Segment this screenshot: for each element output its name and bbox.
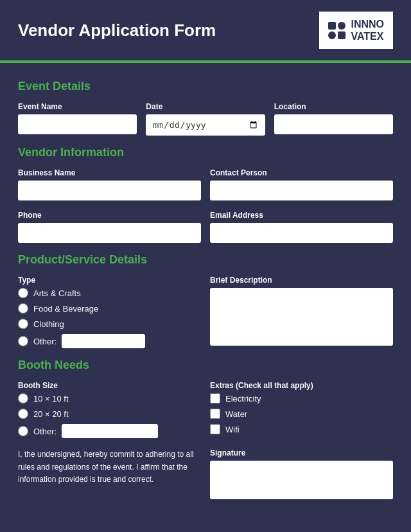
signature-label: Signature <box>210 448 393 457</box>
checkbox-wifi-label: Wifi <box>225 425 240 434</box>
phone-input[interactable] <box>18 223 201 243</box>
signature-block: Signature <box>210 448 393 499</box>
date-label: Date <box>146 102 265 111</box>
contact-person-input[interactable] <box>210 181 393 200</box>
header: Vendor Application Form INNNO VATEX <box>0 0 411 63</box>
checkbox-water-label: Water <box>225 409 247 419</box>
checkbox-electricity-input[interactable] <box>210 393 220 403</box>
business-name-input[interactable] <box>18 181 201 200</box>
other-size-text-input[interactable] <box>62 424 158 438</box>
checkbox-electricity[interactable]: Electricity <box>210 393 393 403</box>
logo-dot-1 <box>328 22 336 30</box>
booth-size-radio-group: 10 × 10 ft 20 × 20 ft Other: <box>18 393 201 438</box>
type-label: Type <box>18 276 201 285</box>
commitment-block: I, the undersigned, hereby commit to adh… <box>18 448 201 499</box>
radio-arts-label: Arts & Crafts <box>33 288 81 298</box>
extras-checkbox-group: Electricity Water Wifi <box>210 393 393 434</box>
booth-size-column: Booth Size 10 × 10 ft 20 × 20 ft Other: <box>18 381 201 438</box>
form-content: Event Details Event Name Date Location V… <box>0 63 411 517</box>
type-radio-group: Arts & Crafts Food & Beverage Clothing O… <box>18 288 201 348</box>
booth-section: Booth Needs Booth Size 10 × 10 ft 20 × 2… <box>18 359 393 438</box>
email-field: Email Address <box>210 211 393 243</box>
phone-label: Phone <box>18 211 201 220</box>
brief-desc-textarea[interactable] <box>210 288 393 346</box>
event-details-row: Event Name Date Location <box>18 102 393 136</box>
booth-size-label: Booth Size <box>18 381 201 390</box>
business-name-field: Business Name <box>18 168 201 200</box>
radio-20x20-label: 20 × 20 ft <box>33 409 69 419</box>
date-field: Date <box>146 102 265 136</box>
logo-dot-3 <box>328 31 336 39</box>
radio-other-size-input[interactable] <box>18 426 28 436</box>
radio-food-input[interactable] <box>18 303 28 314</box>
radio-20x20-input[interactable] <box>18 409 28 419</box>
commitment-text: I, the undersigned, hereby commit to adh… <box>18 448 201 486</box>
vendor-info-section: Vendor Information Business Name Contact… <box>18 146 393 243</box>
phone-field: Phone <box>18 211 201 243</box>
radio-arts[interactable]: Arts & Crafts <box>18 288 201 298</box>
other-type-text-input[interactable] <box>62 334 145 348</box>
event-name-label: Event Name <box>18 102 137 111</box>
page-title: Vendor Application Form <box>18 21 216 40</box>
checkbox-wifi-input[interactable] <box>210 424 220 434</box>
event-name-input[interactable] <box>18 114 137 134</box>
contact-person-field: Contact Person <box>210 168 393 200</box>
radio-arts-input[interactable] <box>18 288 28 298</box>
vendor-row-2: Phone Email Address <box>18 211 393 243</box>
radio-10x10-input[interactable] <box>18 393 28 403</box>
logo-icon <box>328 22 345 39</box>
location-label: Location <box>274 102 393 111</box>
radio-food[interactable]: Food & Beverage <box>18 303 201 314</box>
product-section: Product/Service Details Type Arts & Craf… <box>18 253 393 348</box>
contact-person-label: Contact Person <box>210 168 393 177</box>
extras-label: Extras (Check all that apply) <box>210 381 393 390</box>
logo-text: INNNO VATEX <box>351 18 384 42</box>
vendor-row-1: Business Name Contact Person <box>18 168 393 200</box>
radio-other-size-text: Other: <box>33 427 57 436</box>
business-name-label: Business Name <box>18 168 201 177</box>
event-name-field: Event Name <box>18 102 137 136</box>
type-column: Type Arts & Crafts Food & Beverage Cloth… <box>18 276 201 348</box>
date-input[interactable] <box>146 114 265 136</box>
logo-box: INNNO VATEX <box>319 12 393 49</box>
radio-10x10-label: 10 × 10 ft <box>33 394 69 403</box>
booth-row: Booth Size 10 × 10 ft 20 × 20 ft Other: <box>18 381 393 438</box>
location-input[interactable] <box>274 114 393 134</box>
booth-title: Booth Needs <box>18 359 393 372</box>
checkbox-wifi[interactable]: Wifi <box>210 424 393 434</box>
radio-10x10[interactable]: 10 × 10 ft <box>18 393 201 403</box>
checkbox-water[interactable]: Water <box>210 409 393 419</box>
logo-dot-2 <box>338 22 345 30</box>
radio-clothing[interactable]: Clothing <box>18 319 201 329</box>
product-title: Product/Service Details <box>18 253 393 267</box>
signature-input[interactable] <box>210 461 393 499</box>
bottom-section: I, the undersigned, hereby commit to adh… <box>18 448 393 499</box>
vendor-info-title: Vendor Information <box>18 146 393 159</box>
email-label: Email Address <box>210 211 393 220</box>
brief-desc-column: Brief Description <box>210 276 393 348</box>
logo-dot-4 <box>338 31 345 39</box>
event-details-title: Event Details <box>18 80 393 93</box>
checkbox-water-input[interactable] <box>210 409 220 419</box>
brief-desc-label: Brief Description <box>210 276 393 285</box>
extras-column: Extras (Check all that apply) Electricit… <box>210 381 393 438</box>
checkbox-electricity-label: Electricity <box>225 394 261 403</box>
radio-other-type-text: Other: <box>33 337 57 346</box>
radio-clothing-input[interactable] <box>18 319 28 329</box>
email-input[interactable] <box>210 223 393 243</box>
radio-other-type-input[interactable] <box>18 336 28 346</box>
radio-food-label: Food & Beverage <box>33 304 98 314</box>
radio-clothing-label: Clothing <box>33 319 64 329</box>
radio-20x20[interactable]: 20 × 20 ft <box>18 409 201 419</box>
radio-other-size: Other: <box>18 424 201 438</box>
product-row: Type Arts & Crafts Food & Beverage Cloth… <box>18 276 393 348</box>
location-field: Location <box>274 102 393 136</box>
event-details-section: Event Details Event Name Date Location <box>18 80 393 136</box>
radio-other-type: Other: <box>18 334 201 348</box>
